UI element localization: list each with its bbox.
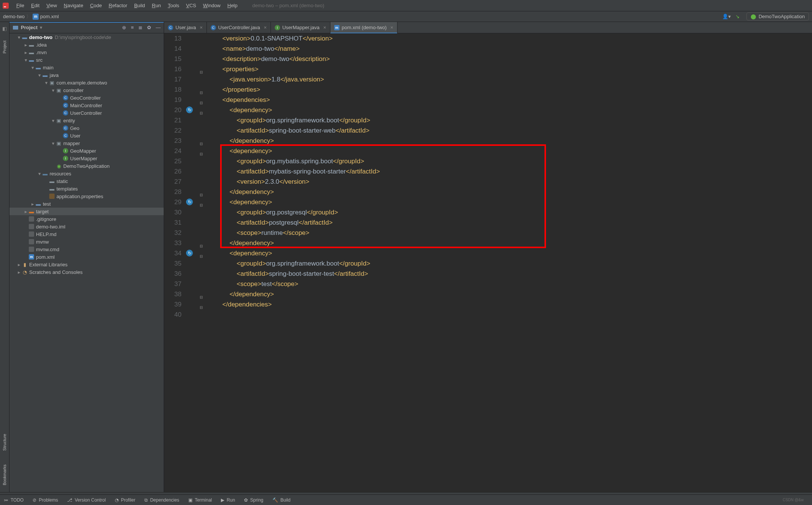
tree-item[interactable]: ▸◔Scratches and Consoles [9, 268, 164, 276]
user-icon[interactable]: 👤▾ [722, 14, 731, 19]
close-icon[interactable]: × [264, 25, 267, 30]
tree-item[interactable]: ▸▬test [9, 200, 164, 208]
code-line[interactable]: <version>2.3.0</version> [208, 177, 812, 187]
fold-toggle-icon[interactable]: ⊟ [200, 200, 203, 210]
code-line[interactable]: </dependency> [208, 136, 812, 146]
tree-item[interactable]: mvnw.cmd [9, 245, 164, 253]
tree-item[interactable]: ▾▬src [9, 56, 164, 64]
code-line[interactable]: <dependency> [208, 248, 812, 258]
menu-tools[interactable]: Tools [164, 3, 183, 8]
tree-item[interactable]: ▾▬demo-twoD:\my\springboot-code\de [9, 33, 164, 41]
close-icon[interactable]: × [323, 25, 326, 30]
project-strip-icon[interactable]: ◧ [2, 26, 7, 31]
tree-item[interactable]: CMainController [9, 102, 164, 109]
tree-item[interactable]: ▾▣entity [9, 117, 164, 124]
editor-tab[interactable]: CUser.java× [164, 22, 207, 33]
code-line[interactable]: <artifactId>spring-boot-starter-test</ar… [208, 269, 812, 279]
tree-item[interactable]: mvnw [9, 238, 164, 245]
editor-tab[interactable]: IUserMapper.java× [271, 22, 330, 33]
code-line[interactable]: <groupId>org.springframework.boot</group… [208, 258, 812, 269]
fold-toggle-icon[interactable]: ⊟ [200, 292, 203, 302]
tree-item[interactable]: CGeoController [9, 94, 164, 102]
tree-item[interactable]: ◉DemoTwoApplication [9, 162, 164, 170]
fold-toggle-icon[interactable]: ⊟ [200, 98, 203, 108]
tree-item[interactable]: CGeo [9, 124, 164, 132]
statusbar-todo[interactable]: ≔TODO [4, 497, 23, 503]
tree-item[interactable]: ▸▬.mvn [9, 48, 164, 56]
code-line[interactable]: <artifactId>spring-boot-starter-web</art… [208, 125, 812, 136]
menu-view[interactable]: View [43, 3, 60, 8]
tree-item[interactable]: ▾▬java [9, 71, 164, 79]
menu-help[interactable]: Help [224, 3, 241, 8]
tree-item[interactable]: IUserMapper [9, 155, 164, 162]
menu-navigate[interactable]: Navigate [60, 3, 86, 8]
build-hammer-icon[interactable]: ↘ [735, 14, 740, 19]
menu-refactor[interactable]: Refactor [105, 3, 131, 8]
menu-vcs[interactable]: VCS [183, 3, 200, 8]
statusbar-spring[interactable]: ✿Spring [244, 497, 263, 503]
breadcrumb-project[interactable]: demo-two [3, 14, 25, 19]
statusbar-build[interactable]: 🔨Build [272, 497, 291, 503]
code-line[interactable]: <artifactId>postgresql</artifactId> [208, 217, 812, 228]
code-line[interactable]: <properties> [208, 64, 812, 74]
run-marker-icon[interactable]: ↻ [186, 106, 193, 113]
fold-toggle-icon[interactable]: ⊟ [200, 88, 203, 98]
tree-item[interactable]: ▬static [9, 177, 164, 185]
statusbar-run[interactable]: ▶Run [221, 497, 235, 503]
fold-toggle-icon[interactable]: ⊟ [200, 108, 203, 118]
run-config-selector[interactable]: ⬤ DemoTwoApplication [746, 13, 809, 20]
code-editor[interactable]: 1314151617181920212223242526272829303132… [164, 33, 812, 492]
code-line[interactable]: <scope>test</scope> [208, 279, 812, 289]
tree-item[interactable]: ▾▣controller [9, 86, 164, 94]
breadcrumb-file[interactable]: pom.xml [40, 14, 59, 19]
run-marker-icon[interactable]: ↻ [186, 199, 193, 205]
tree-item[interactable]: CUserController [9, 109, 164, 117]
code-line[interactable]: <java.version>1.8</java.version> [208, 74, 812, 84]
code-line[interactable]: <name>demo-two</name> [208, 44, 812, 54]
run-marker-icon[interactable]: ↻ [186, 250, 193, 256]
fold-toggle-icon[interactable]: ⊟ [200, 241, 203, 251]
menu-build[interactable]: Build [131, 3, 149, 8]
sidetool-bookmarks[interactable]: Bookmarks [2, 464, 7, 485]
fold-toggle-icon[interactable]: ⊟ [200, 149, 203, 159]
editor-tab[interactable]: CUserController.java× [207, 22, 271, 33]
tree-item[interactable]: ▸▬target [9, 208, 164, 215]
code-line[interactable]: <scope>runtime</scope> [208, 228, 812, 238]
chevron-down-icon[interactable]: ▾ [40, 25, 42, 30]
tree-item[interactable]: ▾▬main [9, 64, 164, 71]
code-line[interactable]: <dependencies> [208, 95, 812, 105]
statusbar-dependencies[interactable]: ⧉Dependencies [144, 497, 179, 503]
code-line[interactable]: </dependency> [208, 289, 812, 299]
fold-toggle-icon[interactable]: ⊟ [200, 251, 203, 261]
code-line[interactable]: </properties> [208, 84, 812, 95]
menu-run[interactable]: Run [149, 3, 164, 8]
menu-edit[interactable]: Edit [28, 3, 43, 8]
locate-icon[interactable]: ⊕ [122, 25, 126, 30]
gear-icon[interactable]: ✿ [147, 25, 151, 30]
collapse-icon[interactable]: ≣ [138, 25, 142, 30]
editor-tab[interactable]: mpom.xml (demo-two)× [330, 22, 397, 33]
statusbar-problems[interactable]: ⊘Problems [33, 497, 58, 503]
hide-icon[interactable]: — [156, 25, 161, 30]
code-line[interactable]: <groupId>org.mybatis.spring.boot</groupI… [208, 156, 812, 166]
expand-icon[interactable]: ≡ [131, 25, 134, 30]
project-tree[interactable]: ▾▬demo-twoD:\my\springboot-code\de▸▬.ide… [9, 33, 164, 492]
code-line[interactable]: <description>demo-two</description> [208, 54, 812, 64]
code-line[interactable]: </dependency> [208, 238, 812, 248]
code-line[interactable]: <groupId>org.postgresql</groupId> [208, 207, 812, 217]
tree-item[interactable]: ▬templates [9, 185, 164, 192]
code-line[interactable]: </dependency> [208, 187, 812, 197]
fold-toggle-icon[interactable]: ⊟ [200, 67, 203, 77]
sidetool-structure[interactable]: Structure [2, 434, 7, 451]
menu-window[interactable]: Window [200, 3, 224, 8]
menu-code[interactable]: Code [87, 3, 105, 8]
editor-content[interactable]: <version>0.0.1-SNAPSHOT</version> <name>… [206, 33, 812, 492]
tree-item[interactable]: mpom.xml [9, 253, 164, 261]
tree-item[interactable]: IGeoMapper [9, 147, 164, 155]
tree-item[interactable]: ▸▮External Libraries [9, 261, 164, 268]
tree-item[interactable]: CUser [9, 132, 164, 139]
statusbar-terminal[interactable]: ▣Terminal [188, 497, 212, 503]
tree-item[interactable]: demo-two.iml [9, 223, 164, 230]
code-line[interactable]: <version>0.0.1-SNAPSHOT</version> [208, 33, 812, 44]
tree-item[interactable]: ▸▬.idea [9, 41, 164, 48]
